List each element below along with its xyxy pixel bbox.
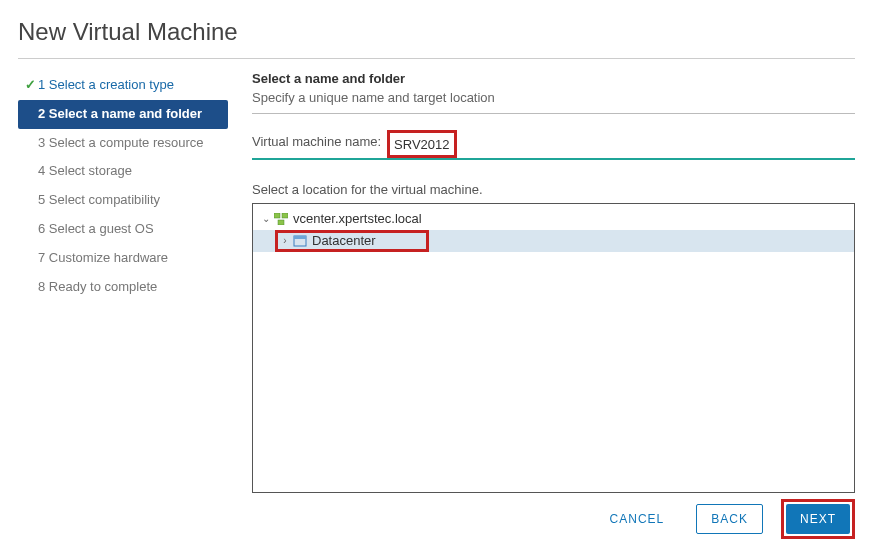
panel-subheading: Specify a unique name and target locatio… xyxy=(252,90,855,105)
step-name-folder[interactable]: ✓ 2 Select a name and folder xyxy=(18,100,228,129)
location-tree[interactable]: ⌄ vcenter.xpertstec.local › Datacenter xyxy=(252,203,855,493)
svg-rect-0 xyxy=(274,213,280,218)
vm-name-label: Virtual machine name: xyxy=(252,134,381,155)
step-label: 8 Ready to complete xyxy=(38,277,157,298)
vm-name-input[interactable] xyxy=(390,133,454,155)
tree-node-vcenter[interactable]: ⌄ vcenter.xpertstec.local xyxy=(253,208,854,230)
vcenter-icon xyxy=(273,212,289,226)
svg-rect-1 xyxy=(282,213,288,218)
datacenter-icon xyxy=(292,234,308,248)
step-label: 3 Select a compute resource xyxy=(38,133,203,154)
step-label: 2 Select a name and folder xyxy=(38,104,202,125)
tree-node-label: Datacenter xyxy=(312,230,376,252)
back-button[interactable]: BACK xyxy=(696,504,763,534)
step-guest-os[interactable]: ✓ 6 Select a guest OS xyxy=(18,215,228,244)
step-label: 4 Select storage xyxy=(38,161,132,182)
tree-node-datacenter[interactable]: › Datacenter xyxy=(253,230,854,252)
step-creation-type[interactable]: ✓ 1 Select a creation type xyxy=(18,71,228,100)
svg-rect-4 xyxy=(294,236,306,239)
check-icon: ✓ xyxy=(22,75,38,96)
svg-rect-2 xyxy=(278,220,284,225)
next-button[interactable]: NEXT xyxy=(786,504,850,534)
step-compatibility[interactable]: ✓ 5 Select compatibility xyxy=(18,186,228,215)
tree-node-label: vcenter.xpertstec.local xyxy=(293,208,422,230)
step-label: 1 Select a creation type xyxy=(38,75,174,96)
step-ready-complete[interactable]: ✓ 8 Ready to complete xyxy=(18,273,228,302)
wizard-steps: ✓ 1 Select a creation type ✓ 2 Select a … xyxy=(18,71,228,493)
chevron-down-icon[interactable]: ⌄ xyxy=(259,208,273,230)
step-label: 5 Select compatibility xyxy=(38,190,160,211)
step-label: 7 Customize hardware xyxy=(38,248,168,269)
location-label: Select a location for the virtual machin… xyxy=(252,182,855,197)
step-storage[interactable]: ✓ 4 Select storage xyxy=(18,157,228,186)
dialog-title: New Virtual Machine xyxy=(18,10,855,59)
cancel-button[interactable]: CANCEL xyxy=(596,504,679,534)
step-label: 6 Select a guest OS xyxy=(38,219,154,240)
chevron-right-icon[interactable]: › xyxy=(278,230,292,252)
step-compute-resource[interactable]: ✓ 3 Select a compute resource xyxy=(18,129,228,158)
panel-heading: Select a name and folder xyxy=(252,71,855,86)
step-customize-hardware[interactable]: ✓ 7 Customize hardware xyxy=(18,244,228,273)
